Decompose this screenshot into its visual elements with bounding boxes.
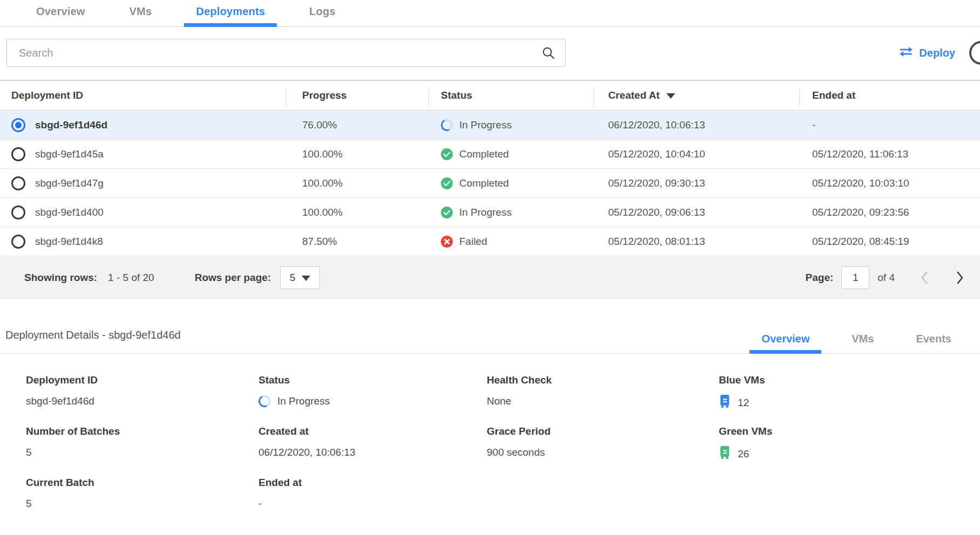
- field-label: Blue VMs: [719, 374, 980, 386]
- chevron-right-icon: [955, 279, 965, 287]
- refresh-icon[interactable]: [969, 41, 980, 65]
- rows-per-page-label: Rows per page:: [195, 272, 271, 284]
- search-input[interactable]: [6, 39, 566, 67]
- progress-cell: 87.50%: [285, 236, 428, 248]
- details-tab-overview[interactable]: Overview: [750, 333, 821, 353]
- in-progress-spinner-icon: [257, 394, 272, 409]
- details-tab-bar: Overview VMs Events: [740, 333, 980, 353]
- deployment-id-cell: sbgd-9ef1d45a: [0, 147, 285, 161]
- status-label: Completed: [459, 148, 509, 160]
- created-at-cell: 05/12/2020, 09:06:13: [594, 207, 799, 218]
- radio-button[interactable]: [11, 176, 25, 190]
- tab-vms[interactable]: VMs: [118, 0, 164, 26]
- field-label: Number of Batches: [26, 426, 258, 437]
- search-field-wrap: [6, 39, 566, 67]
- field-label: Current Batch: [26, 477, 258, 489]
- column-header-created-at-label: Created At: [608, 90, 659, 101]
- deployment-id-value: sbgd-9ef1d4k8: [35, 236, 103, 248]
- radio-button[interactable]: [11, 147, 25, 161]
- field-value: sbgd-9ef1d46d: [26, 394, 258, 408]
- deploy-button[interactable]: Deploy: [899, 46, 955, 60]
- sort-desc-icon[interactable]: [666, 93, 675, 99]
- chevron-down-icon: [302, 276, 310, 281]
- column-header-progress[interactable]: Progress: [285, 81, 428, 110]
- created-at-cell: 06/12/2020, 10:06:13: [594, 119, 799, 131]
- deployment-id-cell: sbgd-9ef1d400: [0, 205, 285, 220]
- field-current-batch: Current Batch 5: [26, 477, 258, 511]
- status-cell: Completed: [428, 177, 594, 189]
- status-cell: Failed: [428, 236, 594, 248]
- field-number-of-batches: Number of Batches 5: [26, 426, 258, 462]
- field-health-check: Health Check None: [487, 374, 719, 411]
- details-tab-vms[interactable]: VMs: [840, 333, 886, 353]
- deploy-button-label: Deploy: [919, 47, 955, 59]
- status-completed-icon: [441, 148, 453, 160]
- status-label: In Progress: [459, 119, 512, 131]
- table-row[interactable]: sbgd-9ef1d4k8 87.50% Failed 05/12/2020, …: [0, 227, 980, 256]
- field-label: Grace Period: [487, 426, 719, 437]
- field-blue-vms: Blue VMs 12: [719, 374, 980, 411]
- radio-button[interactable]: [11, 235, 25, 249]
- table-row[interactable]: sbgd-9ef1d400 100.00% In Progress 05/12/…: [0, 198, 980, 227]
- progress-cell: 100.00%: [285, 148, 428, 160]
- status-label: Completed: [459, 177, 509, 189]
- table-footer: Showing rows: 1 - 5 of 20 Rows per page:…: [0, 256, 980, 299]
- status-in-progress-icon: [439, 118, 454, 133]
- field-value: 12: [719, 394, 980, 411]
- status-completed-icon: [441, 207, 453, 218]
- chevron-left-icon: [920, 279, 929, 287]
- field-label: Created at: [258, 426, 487, 437]
- deployment-id-value: sbgd-9ef1d46d: [35, 119, 107, 131]
- details-header: Deployment Details - sbgd-9ef1d46d Overv…: [0, 329, 980, 354]
- field-created-at: Created at 06/12/2020, 10:06:13: [258, 426, 487, 462]
- ended-at-cell: -: [799, 119, 980, 131]
- column-header-status[interactable]: Status: [428, 81, 594, 110]
- status-cell: Completed: [428, 148, 594, 160]
- showing-rows-label: Showing rows:: [24, 272, 97, 284]
- column-header-deployment-id[interactable]: Deployment ID: [0, 81, 285, 110]
- table-row[interactable]: sbgd-9ef1d46d 76.00% In Progress 06/12/2…: [0, 111, 980, 140]
- field-value: -: [258, 497, 487, 511]
- field-value: None: [487, 394, 719, 408]
- next-page-button[interactable]: [955, 270, 965, 285]
- field-label: Ended at: [258, 477, 487, 489]
- details-tab-events[interactable]: Events: [904, 333, 963, 353]
- prev-page-button[interactable]: [920, 270, 929, 285]
- showing-rows-value: 1 - 5 of 20: [108, 272, 154, 284]
- search-icon[interactable]: [541, 46, 556, 63]
- page-input[interactable]: [841, 266, 869, 289]
- ended-at-cell: 05/12/2020, 08:45:19: [799, 236, 980, 248]
- status-cell: In Progress: [428, 207, 594, 218]
- table-row[interactable]: sbgd-9ef1d47g 100.00% Completed 05/12/20…: [0, 169, 980, 198]
- field-value: In Progress: [258, 394, 487, 408]
- field-grace-period: Grace Period 900 seconds: [487, 426, 719, 462]
- progress-cell: 100.00%: [285, 207, 428, 218]
- top-tab-bar: Overview VMs Deployments Logs: [0, 0, 980, 27]
- table-row[interactable]: sbgd-9ef1d45a 100.00% Completed 05/12/20…: [0, 140, 980, 169]
- green-vm-count: 26: [738, 448, 749, 460]
- field-label: Status: [258, 374, 487, 386]
- created-at-cell: 05/12/2020, 08:01:13: [594, 236, 799, 248]
- tab-deployments[interactable]: Deployments: [184, 0, 277, 26]
- created-at-cell: 05/12/2020, 09:30:13: [594, 177, 799, 189]
- status-label: Failed: [459, 236, 487, 248]
- field-value: 26: [719, 445, 980, 462]
- column-header-created-at[interactable]: Created At: [594, 81, 799, 110]
- field-status: Status In Progress: [258, 374, 487, 411]
- tab-overview[interactable]: Overview: [24, 0, 97, 26]
- status-value-text: In Progress: [277, 395, 330, 407]
- tab-logs[interactable]: Logs: [297, 0, 348, 26]
- rows-per-page-value: 5: [290, 272, 296, 284]
- field-green-vms: Green VMs 26: [719, 426, 980, 462]
- radio-button[interactable]: [11, 118, 25, 132]
- vm-blue-icon: [719, 394, 731, 411]
- rows-per-page-select[interactable]: 5: [280, 266, 320, 289]
- radio-button[interactable]: [11, 205, 25, 220]
- status-cell: In Progress: [428, 119, 594, 131]
- column-header-ended-at[interactable]: Ended at: [799, 81, 980, 110]
- page-label: Page:: [806, 272, 834, 284]
- progress-cell: 76.00%: [285, 119, 428, 131]
- ended-at-cell: 05/12/2020, 09:23:56: [799, 207, 980, 218]
- blue-vm-count: 12: [738, 397, 749, 409]
- deployment-id-cell: sbgd-9ef1d4k8: [0, 235, 285, 249]
